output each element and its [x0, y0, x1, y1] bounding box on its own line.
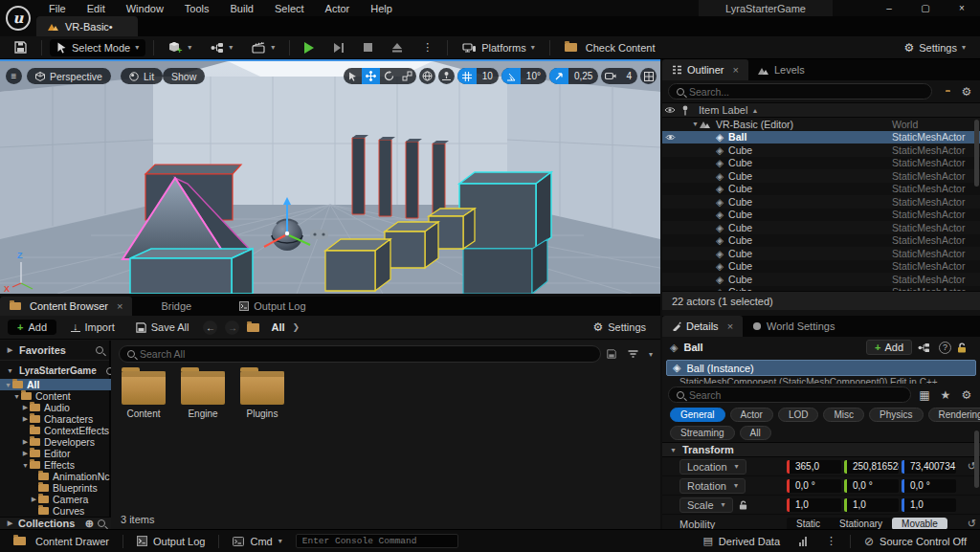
forward-button[interactable]: → [225, 320, 239, 335]
scale-snap-control[interactable]: 0,25 [549, 68, 598, 84]
rotation-dropdown[interactable]: Rotation▾ [679, 478, 746, 494]
outliner-row[interactable]: ◈CubeStaticMeshActor [662, 157, 980, 170]
outliner-row[interactable]: ▼VR-Basic (Editor)World [662, 118, 980, 131]
filter-chip-physics[interactable]: Physics [869, 408, 923, 422]
details-search-input[interactable] [689, 389, 902, 401]
add-actor-button[interactable]: + ▾ [162, 38, 198, 57]
rotate-tool-button[interactable] [380, 68, 398, 84]
menu-item-window[interactable]: Window [118, 1, 172, 16]
tab-output-log[interactable]: Output Log [230, 297, 315, 316]
visibility-eye-icon[interactable] [662, 134, 678, 141]
cmd-dropdown[interactable]: Cmd ▾ [227, 533, 287, 550]
pin-column-icon[interactable] [678, 105, 693, 116]
tab-vr-basic[interactable]: VR-Basic• [36, 16, 138, 36]
tree-item-content[interactable]: ▼Content [0, 390, 111, 402]
outliner-row[interactable]: ◈CubeStaticMeshActor [662, 234, 980, 248]
rotation-y-field[interactable]: 0,0 ° [844, 479, 899, 493]
location-y-field[interactable]: 250,816528 [844, 460, 899, 474]
perspective-dropdown[interactable]: Perspective [27, 68, 111, 84]
outliner-row[interactable]: ◈CubeStaticMeshActor [662, 209, 980, 222]
scale-y-field[interactable]: 1,0 [844, 498, 899, 512]
settings-dropdown[interactable]: ⚙ Settings ▾ [897, 38, 972, 57]
tab-content-browser[interactable]: Content Browser × [0, 297, 132, 316]
camera-speed-control[interactable]: 4 [601, 68, 637, 84]
filter-chip-lod[interactable]: LOD [778, 408, 819, 422]
tree-item-effects[interactable]: ▼Effects [0, 459, 111, 471]
tab-details[interactable]: Details × [662, 316, 743, 337]
play-options-button[interactable]: ⋮ [415, 38, 439, 56]
asset-folder-plugins[interactable]: Plugins [235, 371, 289, 419]
content-drawer-button[interactable]: Content Drawer [8, 533, 115, 550]
search-icon[interactable] [98, 519, 105, 527]
details-scrollbar[interactable] [974, 431, 979, 488]
asset-search-input[interactable] [140, 348, 592, 360]
outliner-row[interactable]: ◈CubeStaticMeshActor [662, 273, 980, 286]
outliner-row[interactable]: ◈CubeStaticMeshActor [662, 260, 980, 274]
platforms-dropdown[interactable]: Platforms ▾ [456, 39, 541, 56]
tree-item-all[interactable]: ▼All [0, 379, 111, 390]
viewport-options-button[interactable]: ≡ [6, 68, 22, 84]
output-log-button[interactable]: Output Log [131, 533, 211, 550]
cb-import-button[interactable]: ↓Import [64, 319, 122, 336]
tree-item-animationnc[interactable]: AnimationNc [0, 471, 111, 482]
expand-icon[interactable]: ▼ [21, 462, 30, 469]
add-collection-icon[interactable]: ⊕ [85, 518, 94, 530]
tab-world-settings[interactable]: World Settings [743, 316, 844, 337]
status-more-button[interactable]: ⋮ [820, 532, 842, 550]
favorites-header[interactable]: ▶ Favorites [0, 341, 109, 361]
tab-levels[interactable]: Levels [748, 59, 814, 80]
tree-item-contexteffects[interactable]: ContextEffects [0, 425, 111, 436]
scale-dropdown[interactable]: Scale▾ [679, 497, 733, 513]
breadcrumb[interactable]: All [271, 321, 284, 333]
help-icon[interactable]: ? [939, 342, 951, 354]
save-button[interactable] [8, 38, 33, 56]
component-child-row[interactable]: StaticMeshComponent (StaticMeshComponent… [666, 377, 976, 384]
outliner-row[interactable]: ◈CubeStaticMeshActor [662, 195, 980, 209]
asset-search[interactable] [119, 345, 601, 363]
scale-x-field[interactable]: 1,0 [787, 498, 841, 512]
cb-add-button[interactable]: +Add [8, 320, 56, 335]
tree-item-characters[interactable]: ▶Characters [0, 413, 111, 425]
cinematics-button[interactable]: ▾ [245, 39, 281, 56]
rotation-snap-control[interactable]: 10° [501, 68, 546, 84]
blueprints-button[interactable]: ▾ [204, 39, 239, 56]
expand-icon[interactable]: ▶ [21, 404, 30, 411]
expand-icon[interactable]: ▼ [4, 382, 12, 388]
expand-icon[interactable]: ▶ [21, 415, 30, 423]
play-button[interactable] [298, 39, 321, 56]
filter-chip-general[interactable]: General [670, 408, 725, 422]
menu-item-edit[interactable]: Edit [78, 1, 114, 16]
cb-save-all-button[interactable]: Save All [129, 319, 196, 336]
select-tool-button[interactable] [344, 68, 362, 84]
cb-settings-dropdown[interactable]: ⚙Settings [586, 318, 653, 337]
world-local-toggle[interactable] [419, 68, 435, 84]
close-tab-icon[interactable]: × [733, 64, 739, 76]
tab-outliner[interactable]: Outliner × [662, 59, 748, 80]
location-dropdown[interactable]: Location▾ [679, 459, 746, 475]
rotation-z-field[interactable]: 0,0 ° [902, 479, 956, 493]
expand-icon[interactable]: ▶ [21, 450, 30, 457]
location-z-field[interactable]: 73,400734 [902, 460, 956, 474]
transform-section-header[interactable]: ▼ Transform [662, 442, 980, 457]
outliner-row[interactable]: ◈CubeStaticMeshActor [662, 247, 980, 260]
save-search-icon[interactable] [607, 349, 622, 359]
expand-icon[interactable]: ▼ [12, 393, 21, 400]
filter-chip-actor[interactable]: Actor [730, 408, 773, 422]
lit-dropdown[interactable]: Lit [121, 68, 163, 84]
outliner-row[interactable]: ◈CubeStaticMeshActor [662, 169, 980, 183]
source-root-header[interactable]: ▼ LyraStarterGame [0, 361, 109, 381]
show-dropdown[interactable]: Show [163, 68, 205, 84]
level-viewport[interactable]: Z X ≡ Perspective Lit Show [0, 59, 660, 294]
tree-item-audio[interactable]: ▶Audio [0, 402, 111, 413]
menu-item-tools[interactable]: Tools [176, 1, 218, 16]
outliner-row[interactable]: ◈BallStaticMeshActor [662, 131, 980, 144]
minimize-button[interactable]: – [871, 0, 907, 16]
eject-button[interactable] [385, 39, 410, 55]
details-search[interactable] [668, 386, 911, 403]
search-icon[interactable] [96, 346, 103, 354]
move-tool-button[interactable] [362, 68, 380, 84]
details-settings-icon[interactable]: ⚙ [959, 388, 974, 402]
derived-data-button[interactable]: ▤ Derived Data [697, 532, 786, 550]
favorites-star-icon[interactable]: ★ [938, 388, 953, 402]
back-button[interactable]: ← [203, 320, 217, 335]
